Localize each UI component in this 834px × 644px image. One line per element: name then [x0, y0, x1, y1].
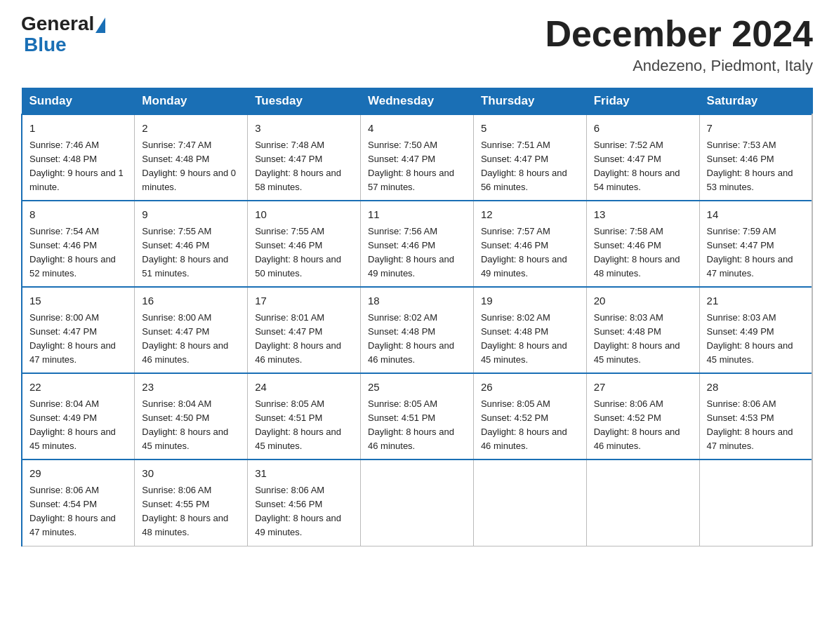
day-number: 25: [368, 380, 466, 396]
day-number: 23: [142, 380, 240, 396]
week-row-1: 1Sunrise: 7:46 AMSunset: 4:48 PMDaylight…: [22, 114, 812, 201]
day-cell: 12Sunrise: 7:57 AMSunset: 4:46 PMDayligh…: [473, 201, 586, 287]
day-cell: 30Sunrise: 8:06 AMSunset: 4:55 PMDayligh…: [135, 459, 248, 546]
day-number: 1: [29, 121, 127, 137]
weekday-header-sunday: Sunday: [22, 88, 135, 115]
day-cell: 15Sunrise: 8:00 AMSunset: 4:47 PMDayligh…: [22, 287, 135, 373]
logo: General: [21, 14, 107, 34]
day-info: Sunrise: 8:00 AMSunset: 4:47 PMDaylight:…: [29, 311, 127, 368]
day-info: Sunrise: 8:03 AMSunset: 4:49 PMDaylight:…: [707, 311, 805, 368]
weekday-header-thursday: Thursday: [473, 88, 586, 115]
day-cell: 13Sunrise: 7:58 AMSunset: 4:46 PMDayligh…: [586, 201, 699, 287]
day-info: Sunrise: 8:06 AMSunset: 4:53 PMDaylight:…: [707, 397, 805, 454]
day-info: Sunrise: 7:48 AMSunset: 4:47 PMDaylight:…: [255, 138, 353, 195]
day-number: 3: [255, 121, 353, 137]
logo-general-text: General: [21, 14, 94, 34]
day-number: 9: [142, 207, 240, 223]
day-number: 8: [29, 207, 127, 223]
week-row-4: 22Sunrise: 8:04 AMSunset: 4:49 PMDayligh…: [22, 373, 812, 459]
day-number: 29: [29, 466, 127, 482]
day-info: Sunrise: 8:06 AMSunset: 4:55 PMDaylight:…: [142, 483, 240, 540]
day-cell: 24Sunrise: 8:05 AMSunset: 4:51 PMDayligh…: [248, 373, 361, 459]
weekday-header-monday: Monday: [135, 88, 248, 115]
day-number: 21: [707, 293, 805, 309]
title-area: December 2024 Andezeno, Piedmont, Italy: [545, 14, 813, 75]
logo-triangle-icon: [95, 18, 105, 33]
day-cell: 19Sunrise: 8:02 AMSunset: 4:48 PMDayligh…: [473, 287, 586, 373]
day-number: 26: [481, 380, 579, 396]
day-cell: 9Sunrise: 7:55 AMSunset: 4:46 PMDaylight…: [135, 201, 248, 287]
day-cell: 23Sunrise: 8:04 AMSunset: 4:50 PMDayligh…: [135, 373, 248, 459]
day-number: 28: [707, 380, 805, 396]
week-row-3: 15Sunrise: 8:00 AMSunset: 4:47 PMDayligh…: [22, 287, 812, 373]
day-info: Sunrise: 8:06 AMSunset: 4:56 PMDaylight:…: [255, 483, 353, 540]
day-number: 11: [368, 207, 466, 223]
weekday-header-friday: Friday: [586, 88, 699, 115]
day-info: Sunrise: 7:59 AMSunset: 4:47 PMDaylight:…: [707, 224, 805, 281]
day-info: Sunrise: 8:03 AMSunset: 4:48 PMDaylight:…: [594, 311, 692, 368]
day-number: 5: [481, 121, 579, 137]
day-number: 16: [142, 293, 240, 309]
day-cell: 8Sunrise: 7:54 AMSunset: 4:46 PMDaylight…: [22, 201, 135, 287]
day-cell: 21Sunrise: 8:03 AMSunset: 4:49 PMDayligh…: [699, 287, 812, 373]
day-info: Sunrise: 8:02 AMSunset: 4:48 PMDaylight:…: [368, 311, 466, 368]
day-number: 30: [142, 466, 240, 482]
day-cell: 31Sunrise: 8:06 AMSunset: 4:56 PMDayligh…: [248, 459, 361, 546]
day-cell: 10Sunrise: 7:55 AMSunset: 4:46 PMDayligh…: [248, 201, 361, 287]
day-cell: [699, 459, 812, 546]
day-info: Sunrise: 7:55 AMSunset: 4:46 PMDaylight:…: [142, 224, 240, 281]
day-info: Sunrise: 8:01 AMSunset: 4:47 PMDaylight:…: [255, 311, 353, 368]
day-info: Sunrise: 7:58 AMSunset: 4:46 PMDaylight:…: [594, 224, 692, 281]
day-info: Sunrise: 8:05 AMSunset: 4:52 PMDaylight:…: [481, 397, 579, 454]
day-info: Sunrise: 8:04 AMSunset: 4:50 PMDaylight:…: [142, 397, 240, 454]
day-info: Sunrise: 7:47 AMSunset: 4:48 PMDaylight:…: [142, 138, 240, 195]
day-number: 10: [255, 207, 353, 223]
day-cell: 18Sunrise: 8:02 AMSunset: 4:48 PMDayligh…: [361, 287, 474, 373]
day-info: Sunrise: 7:50 AMSunset: 4:47 PMDaylight:…: [368, 138, 466, 195]
day-cell: [586, 459, 699, 546]
logo-area: General Blue: [21, 14, 107, 56]
day-number: 17: [255, 293, 353, 309]
day-info: Sunrise: 7:55 AMSunset: 4:46 PMDaylight:…: [255, 224, 353, 281]
day-number: 22: [29, 380, 127, 396]
day-cell: 2Sunrise: 7:47 AMSunset: 4:48 PMDaylight…: [135, 114, 248, 201]
logo-blue-text: Blue: [24, 34, 67, 55]
day-number: 2: [142, 121, 240, 137]
day-cell: 7Sunrise: 7:53 AMSunset: 4:46 PMDaylight…: [699, 114, 812, 201]
day-info: Sunrise: 7:51 AMSunset: 4:47 PMDaylight:…: [481, 138, 579, 195]
day-cell: 6Sunrise: 7:52 AMSunset: 4:47 PMDaylight…: [586, 114, 699, 201]
day-cell: 26Sunrise: 8:05 AMSunset: 4:52 PMDayligh…: [473, 373, 586, 459]
day-info: Sunrise: 8:06 AMSunset: 4:52 PMDaylight:…: [594, 397, 692, 454]
day-cell: 29Sunrise: 8:06 AMSunset: 4:54 PMDayligh…: [22, 459, 135, 546]
day-info: Sunrise: 7:54 AMSunset: 4:46 PMDaylight:…: [29, 224, 127, 281]
day-number: 18: [368, 293, 466, 309]
day-info: Sunrise: 8:05 AMSunset: 4:51 PMDaylight:…: [255, 397, 353, 454]
day-number: 14: [707, 207, 805, 223]
day-number: 19: [481, 293, 579, 309]
day-cell: 4Sunrise: 7:50 AMSunset: 4:47 PMDaylight…: [361, 114, 474, 201]
weekday-header-saturday: Saturday: [699, 88, 812, 115]
day-info: Sunrise: 7:53 AMSunset: 4:46 PMDaylight:…: [707, 138, 805, 195]
day-cell: [473, 459, 586, 546]
day-info: Sunrise: 8:00 AMSunset: 4:47 PMDaylight:…: [142, 311, 240, 368]
day-cell: 16Sunrise: 8:00 AMSunset: 4:47 PMDayligh…: [135, 287, 248, 373]
day-number: 12: [481, 207, 579, 223]
day-cell: 3Sunrise: 7:48 AMSunset: 4:47 PMDaylight…: [248, 114, 361, 201]
week-row-2: 8Sunrise: 7:54 AMSunset: 4:46 PMDaylight…: [22, 201, 812, 287]
day-info: Sunrise: 8:05 AMSunset: 4:51 PMDaylight:…: [368, 397, 466, 454]
day-cell: 17Sunrise: 8:01 AMSunset: 4:47 PMDayligh…: [248, 287, 361, 373]
day-cell: 5Sunrise: 7:51 AMSunset: 4:47 PMDaylight…: [473, 114, 586, 201]
weekday-header-row: SundayMondayTuesdayWednesdayThursdayFrid…: [22, 88, 812, 115]
week-row-5: 29Sunrise: 8:06 AMSunset: 4:54 PMDayligh…: [22, 459, 812, 546]
day-number: 24: [255, 380, 353, 396]
day-cell: 1Sunrise: 7:46 AMSunset: 4:48 PMDaylight…: [22, 114, 135, 201]
weekday-header-tuesday: Tuesday: [248, 88, 361, 115]
day-cell: [361, 459, 474, 546]
day-number: 15: [29, 293, 127, 309]
day-cell: 22Sunrise: 8:04 AMSunset: 4:49 PMDayligh…: [22, 373, 135, 459]
day-number: 4: [368, 121, 466, 137]
day-number: 27: [594, 380, 692, 396]
location: Andezeno, Piedmont, Italy: [545, 57, 813, 75]
day-cell: 25Sunrise: 8:05 AMSunset: 4:51 PMDayligh…: [361, 373, 474, 459]
day-cell: 11Sunrise: 7:56 AMSunset: 4:46 PMDayligh…: [361, 201, 474, 287]
